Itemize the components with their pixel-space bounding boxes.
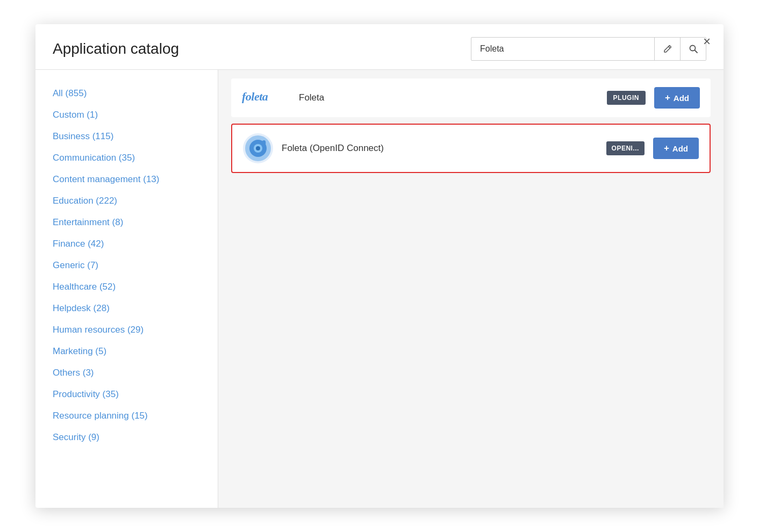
sidebar-item-resource-planning[interactable]: Resource planning (15) [35, 405, 218, 427]
application-catalog-modal: Application catalog × All (855) Custo [35, 24, 724, 508]
search-button[interactable] [680, 38, 706, 60]
pencil-icon [663, 44, 672, 54]
foleta-openid-badge: OPENI... [606, 141, 645, 155]
close-button[interactable]: × [703, 35, 711, 48]
app-card-foleta-openid: Foleta (OpenID Connect) OPENI... + Add [231, 124, 711, 173]
svg-point-7 [256, 146, 260, 150]
sidebar-item-security[interactable]: Security (9) [35, 427, 218, 448]
foleta-openid-app-name: Foleta (OpenID Connect) [282, 143, 598, 154]
modal-title: Application catalog [53, 40, 179, 57]
content-area: foleta Foleta PLUGIN + Add [218, 70, 724, 508]
sidebar-item-content-management[interactable]: Content management (13) [35, 169, 218, 190]
foleta-plugin-badge: PLUGIN [607, 91, 646, 105]
foleta-logo: foleta [242, 89, 290, 107]
sidebar-item-finance[interactable]: Finance (42) [35, 233, 218, 255]
sidebar-item-human-resources[interactable]: Human resources (29) [35, 319, 218, 341]
sidebar-item-education[interactable]: Education (222) [35, 190, 218, 212]
sidebar-item-entertainment[interactable]: Entertainment (8) [35, 212, 218, 233]
sidebar: All (855) Custom (1) Business (115) Comm… [35, 70, 218, 508]
sidebar-item-all[interactable]: All (855) [35, 83, 218, 104]
foleta-add-label: Add [674, 94, 689, 103]
foleta-add-plus-icon: + [665, 92, 670, 103]
foleta-app-name: Foleta [299, 92, 598, 103]
svg-text:foleta: foleta [242, 90, 268, 103]
sidebar-item-business[interactable]: Business (115) [35, 126, 218, 147]
foleta-openid-add-label: Add [672, 144, 688, 153]
sidebar-item-marketing[interactable]: Marketing (5) [35, 341, 218, 362]
sidebar-item-communication[interactable]: Communication (35) [35, 147, 218, 169]
modal-body: All (855) Custom (1) Business (115) Comm… [35, 69, 724, 508]
foleta-openid-add-plus-icon: + [664, 143, 669, 154]
pencil-button[interactable] [654, 38, 680, 60]
search-input[interactable] [471, 39, 654, 59]
sidebar-item-healthcare[interactable]: Healthcare (52) [35, 276, 218, 298]
sidebar-item-others[interactable]: Others (3) [35, 362, 218, 384]
sidebar-item-helpdesk[interactable]: Helpdesk (28) [35, 298, 218, 319]
svg-line-1 [694, 51, 697, 53]
foleta-add-button[interactable]: + Add [654, 87, 700, 109]
sidebar-item-generic[interactable]: Generic (7) [35, 255, 218, 276]
app-card-foleta: foleta Foleta PLUGIN + Add [231, 78, 711, 117]
search-icon [689, 44, 698, 54]
modal-header: Application catalog × [35, 24, 724, 69]
sidebar-item-productivity[interactable]: Productivity (35) [35, 384, 218, 405]
sidebar-item-custom[interactable]: Custom (1) [35, 104, 218, 126]
foleta-openid-add-button[interactable]: + Add [653, 138, 699, 159]
foleta-openid-icon [243, 133, 273, 163]
search-bar [471, 37, 706, 61]
